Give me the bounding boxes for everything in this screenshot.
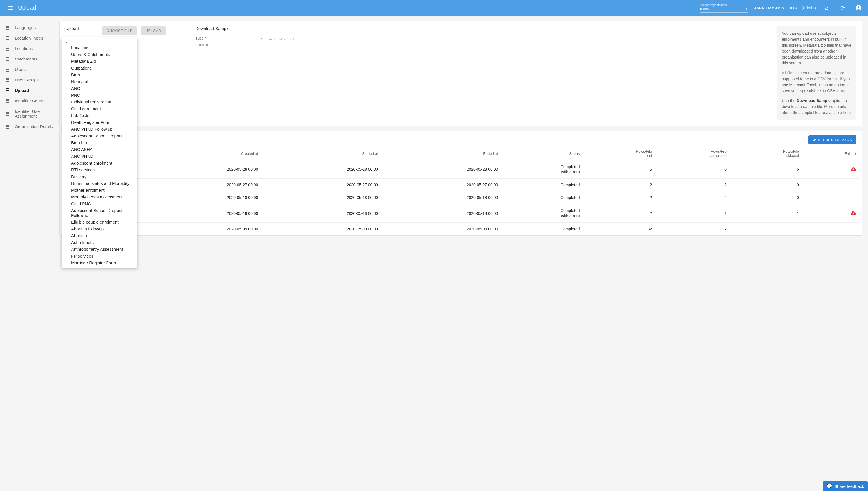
upload-type-dropdown: LocationsUsers & CatchmentsMetadata ZipO… [62,37,137,246]
refresh-status-button[interactable]: ⟳ REFRESH STATUS [808,136,857,144]
dropdown-item[interactable]: Birth form [62,139,137,146]
sidebar-item-label: Locations [15,46,33,51]
dropdown-item[interactable]: Adolescent enrolment [62,160,137,166]
top-bar: Upload Select Organisation IHMP ▼ BACK T… [0,0,868,16]
list-icon [4,99,9,103]
table-header: Started at [261,147,381,160]
refresh-icon: ⟳ [840,4,845,11]
sidebar-item-organisation-details[interactable]: Organisation Details [0,121,59,132]
uploads-table: Created atStarted atEnded atStatusRows/F… [62,147,859,235]
org-selector-label: Select Organisation [700,3,748,6]
dropdown-item[interactable]: Death Register Form [62,119,137,125]
org-selector[interactable]: Select Organisation IHMP ▼ [700,3,748,13]
sidebar-item-catchments[interactable]: Catchments [0,54,59,64]
table-header: Rows/Filecompleted [655,147,730,160]
dropdown-item[interactable]: Birth [62,71,137,78]
sidebar-item-label: Catchments [15,57,37,61]
download-button[interactable]: ☁ DOWNLOAD [268,36,296,42]
dropdown-item[interactable]: Adolescent School Dropout Followup [62,207,137,219]
sidebar-item-label: Organisation Details [15,124,53,129]
error-icon[interactable] [851,210,856,216]
account-button[interactable] [853,3,864,13]
sidebar-item-upload[interactable]: Upload [0,85,59,95]
dropdown-item[interactable]: Users & Catchments [62,51,137,58]
sidebar-item-identifier-source[interactable]: Identifier Source [0,95,59,106]
sidebar-item-user-groups[interactable]: User Groups [0,75,59,85]
dropdown-item[interactable]: Outpatient [62,64,137,71]
page-title: Upload [18,4,36,11]
list-icon [4,36,9,40]
dropdown-item[interactable]: Adolescent School Dropout [62,132,137,139]
table-header: Rows/Fileread [583,147,655,160]
back-to-admin-link[interactable]: BACK TO ADMIN [754,6,784,10]
table-row: 2020-05-18 00:00 2020-05-18 00:00 2020-0… [62,191,859,204]
home-button[interactable]: ⌂ [822,3,832,13]
list-icon [4,26,9,30]
dropdown-item[interactable]: Neonatal [62,78,137,85]
sidebar-item-location-types[interactable]: Location Types [0,33,59,43]
choose-file-button[interactable]: CHOOSE FILE [102,26,137,35]
sidebar-item-languages[interactable]: Languages [0,22,59,33]
info-paragraph-1: You can upload users, subjects, enrolmen… [782,31,852,66]
dropdown-item[interactable]: Nutritional status and Morbidity [62,180,137,186]
dropdown-item[interactable]: Asha Inputs [62,239,137,246]
table-header: Rows/Fileskipped [730,147,803,160]
refresh-icon: ⟳ [813,138,816,142]
table-header: Status [501,147,583,160]
dropdown-item[interactable]: Abortion followup [62,225,137,232]
here-link[interactable]: here [843,110,851,115]
dropdown-item[interactable]: PNC [62,92,137,98]
list-icon [4,57,9,61]
list-icon [4,112,9,116]
refresh-button[interactable]: ⟳ [837,3,848,13]
sidebar: LanguagesLocation TypesLocationsCatchmen… [0,16,59,246]
sidebar-item-identifier-user-assignment[interactable]: Identifier User Assignment [0,106,59,121]
table-row: 2020-05-18 00:00 2020-05-18 00:00 2020-0… [62,204,859,223]
sidebar-item-locations[interactable]: Locations [0,43,59,54]
info-box: You can upload users, subjects, enrolmen… [777,26,857,120]
dropdown-item[interactable]: Individual registration [62,98,137,105]
type-select[interactable]: Type * ▼ [195,35,263,42]
dropdown-item[interactable]: Delivery [62,173,137,180]
sidebar-item-label: User Groups [15,78,39,82]
person-circle-icon [855,5,862,11]
dropdown-item[interactable]: Abortion [62,232,137,239]
home-icon: ⌂ [825,4,829,11]
table-header: Ended at [382,147,501,160]
dropdown-item[interactable]: Child PNC [62,200,137,207]
dropdown-item[interactable]: Eligible couple enrolment [62,219,137,225]
dropdown-item[interactable]: ANC VHND Follow up [62,125,137,132]
sidebar-item-label: Location Types [15,36,43,40]
dropdown-item[interactable]: Lab Tests [62,112,137,119]
upload-button[interactable]: UPLOAD [141,26,166,35]
list-icon [4,78,9,82]
dropdown-item[interactable]: Locations [62,44,137,51]
dropdown-item[interactable]: Anthropometry Assessment [62,246,137,246]
table-header: Created at [142,147,261,160]
sidebar-item-label: Upload [15,88,29,93]
info-paragraph-3: Use the Download Sample option to downlo… [782,98,852,116]
dropdown-item[interactable]: Monthly needs assessment [62,193,137,200]
dropdown-item[interactable]: ANC ASHA [62,146,137,153]
svg-point-1 [858,6,859,8]
dropdown-item[interactable]: Child enrolment [62,105,137,112]
sidebar-item-label: Users [15,67,26,72]
dropdown-item-current[interactable] [62,39,137,44]
sidebar-item-users[interactable]: Users [0,64,59,75]
dropdown-item[interactable]: RTI services [62,166,137,173]
dropdown-item[interactable]: Mother enrolment [62,186,137,193]
list-icon [4,67,9,71]
dropdown-item[interactable]: ANC [62,85,137,92]
table-row: 2020-05-27 00:00 2020-05-27 00:00 2020-0… [62,179,859,191]
list-icon [4,125,9,128]
dropdown-item[interactable]: Metadata Zip [62,58,137,64]
download-heading: Download Sample [195,26,263,31]
csv-link[interactable]: CSV [817,77,826,81]
list-icon [4,47,9,51]
hamburger-icon [8,6,13,10]
dropdown-item[interactable]: ANC VHND [62,153,137,160]
cloud-download-icon: ☁ [268,36,273,42]
chevron-down-icon: ▼ [745,7,748,10]
menu-button[interactable] [4,2,16,13]
error-icon[interactable] [851,167,856,172]
